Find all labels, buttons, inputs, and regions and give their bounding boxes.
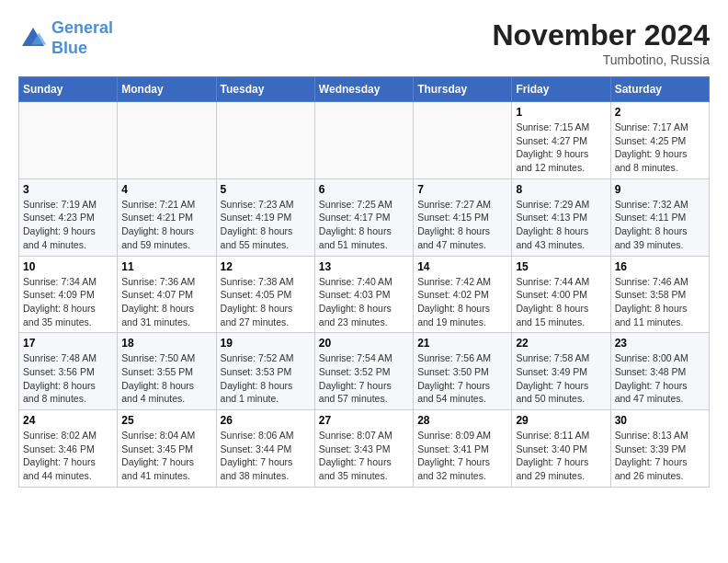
cell-week3-day7: 16Sunrise: 7:46 AM Sunset: 3:58 PM Dayli… <box>610 256 709 333</box>
day-number: 18 <box>121 337 211 350</box>
logo-icon <box>18 24 48 53</box>
header-thursday: Thursday <box>414 77 512 102</box>
logo: General Blue <box>18 18 113 58</box>
day-info: Sunrise: 8:02 AM Sunset: 3:46 PM Dayligh… <box>23 429 113 483</box>
header-wednesday: Wednesday <box>314 77 413 102</box>
day-info: Sunrise: 8:11 AM Sunset: 3:40 PM Dayligh… <box>516 429 606 483</box>
day-info: Sunrise: 8:09 AM Sunset: 3:41 PM Dayligh… <box>417 429 507 483</box>
cell-week2-day5: 7Sunrise: 7:27 AM Sunset: 4:15 PM Daylig… <box>414 178 512 256</box>
cell-week1-day1 <box>19 102 118 179</box>
day-info: Sunrise: 8:06 AM Sunset: 3:44 PM Dayligh… <box>221 429 311 483</box>
day-info: Sunrise: 7:50 AM Sunset: 3:55 PM Dayligh… <box>121 351 211 406</box>
day-number: 19 <box>221 337 311 350</box>
day-number: 4 <box>121 183 211 196</box>
day-number: 30 <box>615 414 705 427</box>
cell-week1-day7: 2Sunrise: 7:17 AM Sunset: 4:25 PM Daylig… <box>610 102 709 179</box>
week-row-3: 10Sunrise: 7:34 AM Sunset: 4:09 PM Dayli… <box>19 256 710 333</box>
day-info: Sunrise: 7:36 AM Sunset: 4:07 PM Dayligh… <box>121 275 211 329</box>
day-info: Sunrise: 7:27 AM Sunset: 4:15 PM Dayligh… <box>417 198 507 252</box>
cell-week5-day1: 24Sunrise: 8:02 AM Sunset: 3:46 PM Dayli… <box>19 410 118 488</box>
day-info: Sunrise: 8:13 AM Sunset: 3:39 PM Dayligh… <box>615 429 705 483</box>
day-info: Sunrise: 7:32 AM Sunset: 4:11 PM Dayligh… <box>615 198 705 252</box>
location: Tumbotino, Russia <box>492 52 710 67</box>
day-info: Sunrise: 8:04 AM Sunset: 3:45 PM Dayligh… <box>121 429 211 483</box>
logo-text-line2: Blue <box>51 39 113 59</box>
day-info: Sunrise: 7:23 AM Sunset: 4:19 PM Dayligh… <box>221 198 311 252</box>
header-saturday: Saturday <box>610 77 709 102</box>
day-number: 23 <box>615 337 705 350</box>
day-number: 10 <box>23 260 113 273</box>
month-title: November 2024 <box>492 18 710 52</box>
cell-week2-day2: 4Sunrise: 7:21 AM Sunset: 4:21 PM Daylig… <box>118 178 216 256</box>
week-row-2: 3Sunrise: 7:19 AM Sunset: 4:23 PM Daylig… <box>19 178 710 256</box>
cell-week5-day6: 29Sunrise: 8:11 AM Sunset: 3:40 PM Dayli… <box>512 410 610 488</box>
cell-week2-day6: 8Sunrise: 7:29 AM Sunset: 4:13 PM Daylig… <box>512 178 610 256</box>
day-number: 21 <box>417 337 507 350</box>
day-info: Sunrise: 7:15 AM Sunset: 4:27 PM Dayligh… <box>516 121 606 175</box>
cell-week5-day4: 27Sunrise: 8:07 AM Sunset: 3:43 PM Dayli… <box>314 410 413 488</box>
cell-week3-day1: 10Sunrise: 7:34 AM Sunset: 4:09 PM Dayli… <box>19 256 118 333</box>
day-info: Sunrise: 8:00 AM Sunset: 3:48 PM Dayligh… <box>615 351 705 406</box>
day-number: 20 <box>319 337 409 350</box>
day-number: 29 <box>516 414 606 427</box>
day-number: 27 <box>319 414 409 427</box>
day-number: 8 <box>516 183 606 196</box>
cell-week4-day2: 18Sunrise: 7:50 AM Sunset: 3:55 PM Dayli… <box>118 333 216 410</box>
cell-week2-day7: 9Sunrise: 7:32 AM Sunset: 4:11 PM Daylig… <box>610 178 709 256</box>
day-info: Sunrise: 7:21 AM Sunset: 4:21 PM Dayligh… <box>121 198 211 252</box>
cell-week2-day4: 6Sunrise: 7:25 AM Sunset: 4:17 PM Daylig… <box>314 178 413 256</box>
day-info: Sunrise: 7:42 AM Sunset: 4:02 PM Dayligh… <box>417 275 507 329</box>
day-number: 17 <box>23 337 113 350</box>
day-info: Sunrise: 7:58 AM Sunset: 3:49 PM Dayligh… <box>516 351 606 406</box>
cell-week1-day2 <box>118 102 216 179</box>
header-monday: Monday <box>118 77 216 102</box>
day-number: 16 <box>615 260 705 273</box>
cell-week2-day3: 5Sunrise: 7:23 AM Sunset: 4:19 PM Daylig… <box>216 178 314 256</box>
cell-week2-day1: 3Sunrise: 7:19 AM Sunset: 4:23 PM Daylig… <box>19 178 118 256</box>
day-number: 6 <box>319 183 409 196</box>
cell-week4-day5: 21Sunrise: 7:56 AM Sunset: 3:50 PM Dayli… <box>414 333 512 410</box>
day-number: 25 <box>121 414 211 427</box>
day-info: Sunrise: 7:34 AM Sunset: 4:09 PM Dayligh… <box>23 275 113 329</box>
day-info: Sunrise: 7:38 AM Sunset: 4:05 PM Dayligh… <box>221 275 311 329</box>
day-info: Sunrise: 7:25 AM Sunset: 4:17 PM Dayligh… <box>319 198 409 252</box>
logo-text-line1: General <box>51 18 113 39</box>
day-number: 5 <box>221 183 311 196</box>
day-number: 24 <box>23 414 113 427</box>
cell-week3-day5: 14Sunrise: 7:42 AM Sunset: 4:02 PM Dayli… <box>414 256 512 333</box>
cell-week5-day3: 26Sunrise: 8:06 AM Sunset: 3:44 PM Dayli… <box>216 410 314 488</box>
cell-week5-day2: 25Sunrise: 8:04 AM Sunset: 3:45 PM Dayli… <box>118 410 216 488</box>
header-tuesday: Tuesday <box>216 77 314 102</box>
cell-week1-day6: 1Sunrise: 7:15 AM Sunset: 4:27 PM Daylig… <box>512 102 610 179</box>
day-info: Sunrise: 8:07 AM Sunset: 3:43 PM Dayligh… <box>319 429 409 483</box>
day-number: 9 <box>615 183 705 196</box>
day-number: 14 <box>417 260 507 273</box>
cell-week5-day5: 28Sunrise: 8:09 AM Sunset: 3:41 PM Dayli… <box>414 410 512 488</box>
day-info: Sunrise: 7:46 AM Sunset: 3:58 PM Dayligh… <box>615 275 705 329</box>
day-info: Sunrise: 7:56 AM Sunset: 3:50 PM Dayligh… <box>417 351 507 406</box>
day-number: 3 <box>23 183 113 196</box>
day-number: 12 <box>221 260 311 273</box>
day-number: 15 <box>516 260 606 273</box>
week-row-1: 1Sunrise: 7:15 AM Sunset: 4:27 PM Daylig… <box>19 102 710 179</box>
day-info: Sunrise: 7:44 AM Sunset: 4:00 PM Dayligh… <box>516 275 606 329</box>
day-number: 2 <box>615 106 705 119</box>
cell-week4-day4: 20Sunrise: 7:54 AM Sunset: 3:52 PM Dayli… <box>314 333 413 410</box>
page-header: General Blue November 2024 Tumbotino, Ru… <box>18 18 710 67</box>
cell-week4-day1: 17Sunrise: 7:48 AM Sunset: 3:56 PM Dayli… <box>19 333 118 410</box>
cell-week5-day7: 30Sunrise: 8:13 AM Sunset: 3:39 PM Dayli… <box>610 410 709 488</box>
header-sunday: Sunday <box>19 77 118 102</box>
cell-week3-day3: 12Sunrise: 7:38 AM Sunset: 4:05 PM Dayli… <box>216 256 314 333</box>
day-number: 7 <box>417 183 507 196</box>
calendar-table: Sunday Monday Tuesday Wednesday Thursday… <box>18 76 710 488</box>
day-number: 13 <box>319 260 409 273</box>
calendar-header-row: Sunday Monday Tuesday Wednesday Thursday… <box>19 77 710 102</box>
day-number: 22 <box>516 337 606 350</box>
week-row-4: 17Sunrise: 7:48 AM Sunset: 3:56 PM Dayli… <box>19 333 710 410</box>
week-row-5: 24Sunrise: 8:02 AM Sunset: 3:46 PM Dayli… <box>19 410 710 488</box>
cell-week4-day7: 23Sunrise: 8:00 AM Sunset: 3:48 PM Dayli… <box>610 333 709 410</box>
cell-week3-day4: 13Sunrise: 7:40 AM Sunset: 4:03 PM Dayli… <box>314 256 413 333</box>
day-info: Sunrise: 7:29 AM Sunset: 4:13 PM Dayligh… <box>516 198 606 252</box>
cell-week1-day4 <box>314 102 413 179</box>
cell-week3-day6: 15Sunrise: 7:44 AM Sunset: 4:00 PM Dayli… <box>512 256 610 333</box>
